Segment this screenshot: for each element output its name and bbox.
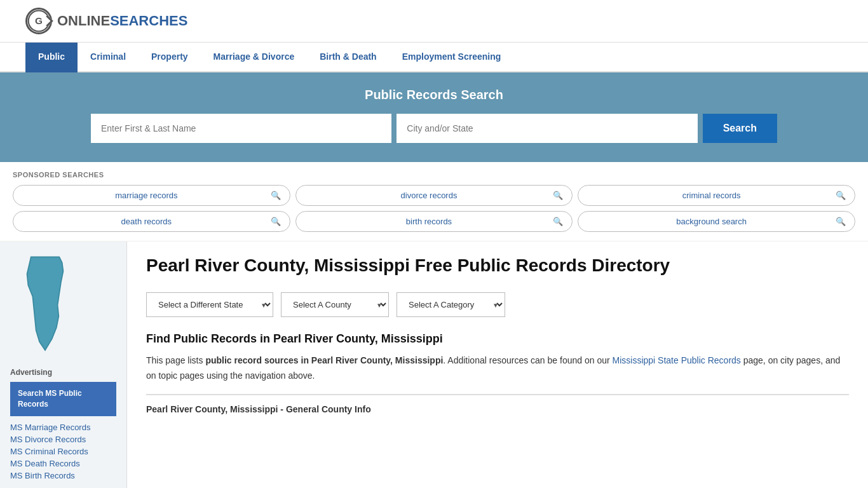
nav-public[interactable]: Public: [25, 43, 78, 72]
search-icon-3: 🔍: [836, 191, 846, 200]
sponsored-pill-marriage[interactable]: marriage records 🔍: [13, 185, 290, 206]
sponsored-label: SPONSORED SEARCHES: [13, 171, 855, 179]
svg-marker-3: [27, 257, 64, 350]
sponsored-pill-birth[interactable]: birth records 🔍: [295, 211, 573, 232]
category-dropdown[interactable]: Select A Category: [397, 292, 505, 317]
search-icon-5: 🔍: [553, 217, 563, 226]
search-icon-4: 🔍: [271, 217, 281, 226]
nav-employment[interactable]: Employment Screening: [390, 43, 514, 72]
state-dropdown-wrapper: Select a Different State: [146, 292, 273, 317]
location-input[interactable]: [397, 114, 697, 143]
nav-criminal[interactable]: Criminal: [78, 43, 139, 72]
sidebar-advertising-label: Advertising: [10, 368, 116, 377]
main-nav: Public Criminal Property Marriage & Divo…: [0, 43, 868, 72]
search-form: Search: [91, 114, 777, 143]
search-icon-1: 🔍: [271, 191, 281, 200]
sidebar: Advertising Search MS Public Records MS …: [0, 241, 127, 488]
nav-property[interactable]: Property: [139, 43, 201, 72]
search-button[interactable]: Search: [703, 114, 777, 143]
logo-icon: G: [25, 8, 52, 34]
county-dropdown[interactable]: Select A County: [281, 292, 389, 317]
search-banner: Public Records Search Search: [0, 72, 868, 162]
sidebar-link-birth[interactable]: MS Birth Records: [10, 471, 116, 480]
name-input[interactable]: [91, 114, 391, 143]
ms-public-records-link[interactable]: Mississippi State Public Records: [613, 355, 741, 365]
state-map: [10, 254, 116, 358]
sponsored-grid: marriage records 🔍 divorce records 🔍 cri…: [13, 185, 855, 232]
page-title: Pearl River County, Mississippi Free Pub…: [146, 254, 849, 277]
search-icon-2: 🔍: [553, 191, 563, 200]
sidebar-link-death[interactable]: MS Death Records: [10, 459, 116, 468]
sidebar-ad-box[interactable]: Search MS Public Records: [10, 382, 116, 416]
main-wrapper: Advertising Search MS Public Records MS …: [0, 241, 868, 488]
sponsored-pill-background[interactable]: background search 🔍: [578, 211, 855, 232]
logo-text: ONLINESEARCHES: [57, 13, 187, 29]
logo: G ONLINESEARCHES: [25, 8, 187, 34]
nav-marriage-divorce[interactable]: Marriage & Divorce: [201, 43, 308, 72]
county-dropdown-wrapper: Select A County: [281, 292, 389, 317]
sponsored-pill-death[interactable]: death records 🔍: [13, 211, 290, 232]
sidebar-link-criminal[interactable]: MS Criminal Records: [10, 447, 116, 456]
search-icon-6: 🔍: [836, 217, 846, 226]
sponsored-section: SPONSORED SEARCHES marriage records 🔍 di…: [0, 162, 868, 241]
sponsored-pill-divorce[interactable]: divorce records 🔍: [295, 185, 573, 206]
find-section-text: This page lists public record sources in…: [146, 353, 849, 384]
dropdowns-row: Select a Different State Select A County…: [146, 292, 849, 317]
state-dropdown[interactable]: Select a Different State: [146, 292, 273, 317]
search-banner-title: Public Records Search: [25, 88, 843, 102]
category-dropdown-wrapper: Select A Category: [397, 292, 505, 317]
sponsored-pill-criminal[interactable]: criminal records 🔍: [578, 185, 855, 206]
find-section-title: Find Public Records in Pearl River Count…: [146, 332, 849, 346]
county-info-header: Pearl River County, Mississippi - Genera…: [146, 394, 849, 414]
sidebar-link-marriage[interactable]: MS Marriage Records: [10, 423, 116, 432]
sidebar-link-divorce[interactable]: MS Divorce Records: [10, 435, 116, 444]
content-area: Pearl River County, Mississippi Free Pub…: [127, 241, 868, 488]
header: G ONLINESEARCHES: [0, 0, 868, 43]
nav-birth-death[interactable]: Birth & Death: [307, 43, 389, 72]
svg-text:G: G: [35, 15, 43, 26]
